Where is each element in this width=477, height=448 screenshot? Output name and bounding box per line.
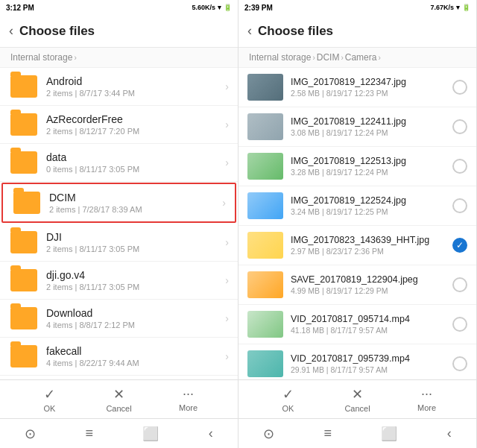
right-header-title: Choose files	[258, 24, 333, 39]
left-time: 3:12 PM	[6, 4, 34, 12]
right-cancel-button[interactable]: ✕ Cancel	[339, 386, 376, 413]
right-file-item-7[interactable]: VID_20170817_095739.mp4 29.91 MB | 8/17/…	[238, 344, 476, 379]
right-file-info-4: IMG_20170823_143639_HHT.jpg 2.97 MB | 8/…	[291, 235, 452, 256]
left-folder-dcim-meta: 2 items | 7/28/17 8:39 AM	[49, 205, 222, 214]
right-thumb-5	[247, 271, 283, 298]
left-breadcrumb-sep: ›	[74, 54, 76, 62]
right-wifi-icon: ▾	[456, 4, 460, 11]
right-breadcrumb-sep1: ›	[312, 54, 315, 62]
right-file-item-4[interactable]: IMG_20170823_143639_HHT.jpg 2.97 MB | 8/…	[238, 226, 476, 265]
right-header: ‹ Choose files	[238, 15, 476, 48]
left-nav-square-icon[interactable]: ⬜	[142, 426, 159, 442]
right-file-name-7: VID_20170817_095739.mp4	[291, 353, 452, 364]
left-folder-dji-info: DJI 2 items | 8/11/17 3:05 PM	[46, 231, 225, 253]
left-cancel-button[interactable]: ✕ Cancel	[101, 386, 138, 413]
right-nav-square-icon[interactable]: ⬜	[381, 426, 397, 442]
right-file-item-6[interactable]: VID_20170817_095714.mp4 41.18 MB | 8/17/…	[238, 305, 476, 344]
left-battery-icon: 🔋	[224, 4, 232, 11]
right-file-meta-5: 4.99 MB | 8/19/17 12:29 PM	[291, 286, 452, 295]
left-folder-djigov4-info: dji.go.v4 2 items | 8/11/17 3:05 PM	[46, 269, 225, 291]
right-file-name-2: IMG_20170819_122513.jpg	[291, 156, 452, 166]
left-folder-download[interactable]: Download 4 items | 8/8/17 2:12 PM ›	[0, 300, 238, 338]
right-file-item-0[interactable]: IMG_20170819_122347.jpg 2.58 MB | 8/19/1…	[238, 68, 476, 107]
right-breadcrumb-path1: Internal storage	[249, 52, 311, 63]
left-back-button[interactable]: ‹	[9, 23, 13, 39]
left-folder-dji-meta: 2 items | 8/11/17 3:05 PM	[46, 244, 225, 253]
folder-icon-android	[10, 75, 37, 98]
left-file-list: Android 2 items | 8/7/17 3:44 PM › AzRec…	[0, 68, 238, 379]
left-folder-azrecorder-name: AzRecorderFree	[46, 113, 225, 125]
left-folder-dji[interactable]: DJI 2 items | 8/11/17 3:05 PM ›	[0, 224, 238, 262]
left-folder-dcim-name: DCIM	[49, 192, 222, 204]
left-folder-holo[interactable]: Holo ›	[0, 376, 238, 379]
left-more-button[interactable]: ··· More	[170, 386, 207, 412]
right-radio-6[interactable]	[452, 317, 467, 332]
left-folder-azrecorder-meta: 2 items | 8/12/17 7:20 PM	[46, 127, 225, 136]
right-radio-7[interactable]	[452, 356, 467, 371]
left-nav-menu-icon[interactable]: ≡	[86, 426, 94, 441]
right-nav-back-icon[interactable]: ‹	[447, 426, 452, 441]
right-panel: 2:39 PM 7.67K/s ▾ 🔋 ‹ Choose files Inter…	[238, 0, 477, 448]
left-folder-data[interactable]: data 0 items | 8/11/17 3:05 PM ›	[0, 144, 238, 182]
right-nav-home-icon[interactable]: ⊙	[263, 426, 274, 442]
left-ok-button[interactable]: ✓ OK	[31, 386, 69, 413]
right-ok-icon: ✓	[282, 386, 294, 403]
right-file-meta-3: 3.24 MB | 8/19/17 12:25 PM	[291, 207, 452, 216]
right-status-bar: 2:39 PM 7.67K/s ▾ 🔋	[238, 0, 476, 15]
left-folder-fakecall-meta: 4 items | 8/22/17 9:44 AM	[46, 359, 225, 367]
right-ok-button[interactable]: ✓ OK	[270, 386, 307, 413]
left-signal: 5.60K/s	[192, 4, 215, 11]
left-folder-azrecorder-info: AzRecorderFree 2 items | 8/12/17 7:20 PM	[46, 113, 225, 136]
right-more-icon: ···	[421, 386, 432, 402]
left-folder-download-meta: 4 items | 8/8/17 2:12 PM	[46, 321, 225, 329]
right-radio-5[interactable]	[452, 277, 467, 292]
right-file-meta-7: 29.91 MB | 8/17/17 9:57 AM	[291, 365, 452, 374]
right-file-info-3: IMG_20170819_122524.jpg 3.24 MB | 8/19/1…	[291, 195, 452, 216]
left-folder-dcim[interactable]: DCIM 2 items | 7/28/17 8:39 AM ›	[1, 183, 236, 223]
left-folder-dcim-info: DCIM 2 items | 7/28/17 8:39 AM	[49, 192, 222, 214]
left-nav-back-icon[interactable]: ‹	[209, 426, 213, 441]
right-file-name-6: VID_20170817_095714.mp4	[291, 314, 452, 324]
left-folder-android[interactable]: Android 2 items | 8/7/17 3:44 PM ›	[0, 68, 238, 106]
right-radio-2[interactable]	[452, 159, 467, 174]
left-folder-djigov4[interactable]: dji.go.v4 2 items | 8/11/17 3:05 PM ›	[0, 262, 238, 300]
right-thumb-0	[247, 74, 283, 101]
right-file-item-1[interactable]: IMG_20170819_122411.jpg 3.08 MB | 8/19/1…	[238, 107, 476, 147]
right-time: 2:39 PM	[244, 4, 273, 12]
right-file-name-5: SAVE_20170819_122904.jpeg	[291, 274, 452, 285]
left-folder-azrecorder[interactable]: AzRecorderFree 2 items | 8/12/17 7:20 PM…	[0, 106, 238, 144]
right-bottom-bar: ✓ OK ✕ Cancel ··· More	[238, 379, 476, 418]
right-breadcrumb: Internal storage › DCIM › Camera ›	[238, 48, 476, 68]
left-folder-android-name: Android	[46, 75, 225, 87]
right-radio-3[interactable]	[452, 198, 467, 213]
right-file-item-5[interactable]: SAVE_20170819_122904.jpeg 4.99 MB | 8/19…	[238, 265, 476, 305]
right-radio-0[interactable]	[452, 80, 467, 95]
left-cancel-label: Cancel	[106, 404, 131, 413]
left-folder-fakecall-info: fakecall 4 items | 8/22/17 9:44 AM	[46, 345, 225, 367]
left-cancel-icon: ✕	[113, 386, 124, 403]
right-file-item-3[interactable]: IMG_20170819_122524.jpg 3.24 MB | 8/19/1…	[238, 186, 476, 226]
right-breadcrumb-sep2: ›	[341, 54, 343, 62]
right-file-name-0: IMG_20170819_122347.jpg	[291, 77, 452, 87]
left-folder-data-chevron: ›	[225, 157, 229, 168]
folder-icon-dji	[10, 231, 37, 253]
left-folder-download-name: Download	[46, 307, 225, 319]
right-back-button[interactable]: ‹	[247, 23, 252, 39]
left-folder-dji-name: DJI	[46, 231, 225, 243]
right-file-item-2[interactable]: IMG_20170819_122513.jpg 3.28 MB | 8/19/1…	[238, 147, 476, 186]
left-more-label: More	[179, 403, 198, 412]
right-radio-4[interactable]: ✓	[452, 238, 467, 253]
right-nav-menu-icon[interactable]: ≡	[324, 426, 332, 441]
left-folder-fakecall[interactable]: fakecall 4 items | 8/22/17 9:44 AM ›	[0, 338, 238, 376]
right-file-meta-6: 41.18 MB | 8/17/17 9:57 AM	[291, 326, 452, 335]
left-folder-azrecorder-chevron: ›	[225, 119, 229, 130]
left-nav-bar: ⊙ ≡ ⬜ ‹	[0, 418, 238, 448]
left-nav-home-icon[interactable]: ⊙	[25, 426, 36, 442]
right-radio-1[interactable]	[452, 119, 467, 134]
right-thumb-1	[247, 113, 283, 140]
right-file-info-0: IMG_20170819_122347.jpg 2.58 MB | 8/19/1…	[291, 77, 452, 98]
left-folder-data-name: data	[46, 151, 225, 163]
right-file-info-7: VID_20170817_095739.mp4 29.91 MB | 8/17/…	[291, 353, 452, 374]
left-breadcrumb: Internal storage ›	[0, 48, 238, 68]
right-more-button[interactable]: ··· More	[408, 386, 446, 412]
